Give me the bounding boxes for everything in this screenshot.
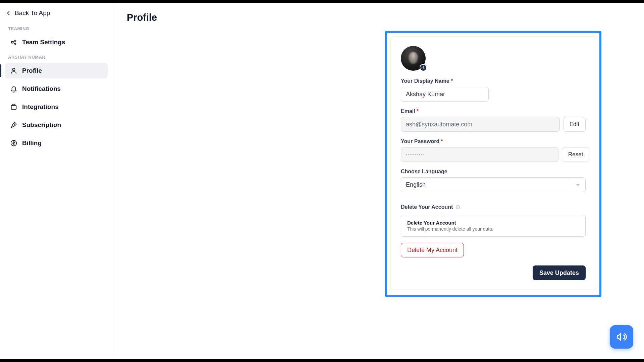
svg-line-3 (13, 41, 15, 42)
sidebar-item-integrations[interactable]: Integrations (5, 99, 108, 115)
avatar-upload-button[interactable] (420, 64, 427, 71)
sidebar-item-billing[interactable]: Billing (5, 135, 108, 151)
password-input: •••••••••• (401, 147, 558, 162)
svg-line-4 (13, 43, 15, 44)
announcement-fab[interactable] (610, 325, 633, 349)
reset-password-button[interactable]: Reset (562, 147, 589, 162)
svg-point-2 (15, 43, 16, 45)
package-icon (10, 103, 17, 111)
language-label: Choose Language (401, 169, 586, 175)
language-select[interactable]: English (401, 177, 586, 192)
sidebar-item-label: Billing (22, 139, 42, 147)
avatar-container[interactable] (401, 46, 426, 71)
display-name-field: Your Display Name * (401, 78, 586, 102)
display-name-label: Your Display Name * (401, 78, 586, 84)
required-asterisk: * (451, 78, 453, 84)
rocket-icon (10, 121, 17, 129)
password-field: Your Password * •••••••••• Reset (401, 138, 586, 162)
delete-box-title: Delete Your Account (407, 220, 579, 226)
email-label: Email * (401, 108, 586, 114)
svg-point-7 (14, 124, 15, 124)
sidebar-item-subscription[interactable]: Subscription (5, 117, 108, 133)
back-to-app-link[interactable]: Back To App (3, 7, 110, 23)
label-text: Email (401, 108, 415, 114)
sidebar-item-label: Team Settings (22, 39, 65, 46)
required-asterisk: * (417, 108, 419, 114)
camera-icon (421, 66, 425, 70)
display-name-input[interactable] (401, 87, 489, 102)
page-title: Profile (127, 12, 631, 23)
main-content: Profile Your Display Name * Email (113, 3, 644, 359)
language-value: English (406, 181, 426, 188)
svg-point-5 (12, 68, 15, 71)
svg-point-10 (423, 67, 424, 68)
label-text: Your Display Name (401, 78, 449, 84)
password-label: Your Password * (401, 138, 586, 144)
sidebar: Back To App TEAMING Team Settings AKSHAY… (0, 3, 113, 359)
svg-rect-9 (422, 67, 425, 69)
label-text: Your Password (401, 138, 439, 144)
delete-warning-box: Delete Your Account This will permanentl… (401, 215, 586, 237)
sidebar-item-team-settings[interactable]: Team Settings (5, 35, 108, 50)
info-icon (455, 205, 460, 209)
chevron-left-icon (5, 9, 12, 17)
profile-card: Your Display Name * Email * Edit (390, 36, 596, 290)
sidebar-item-label: Notifications (22, 85, 61, 93)
sidebar-item-notifications[interactable]: Notifications (5, 81, 108, 97)
svg-point-0 (11, 41, 13, 43)
delete-section: Delete Your Account Delete Your Account … (401, 204, 586, 257)
team-icon (10, 39, 17, 46)
email-input (401, 117, 560, 132)
language-field: Choose Language English (401, 169, 586, 192)
required-asterisk: * (441, 138, 443, 144)
sidebar-item-label: Profile (22, 67, 42, 74)
sidebar-section-teaming: TEAMING (3, 23, 110, 33)
sidebar-item-profile[interactable]: Profile (5, 63, 108, 78)
back-to-app-label: Back To App (15, 9, 50, 17)
user-icon (10, 67, 17, 74)
delete-heading: Delete Your Account (401, 204, 586, 210)
label-text: Delete Your Account (401, 204, 453, 210)
sidebar-item-label: Subscription (22, 121, 61, 129)
delete-account-button[interactable]: Delete My Account (401, 243, 464, 257)
dollar-icon (10, 139, 17, 147)
chevron-down-icon (575, 182, 581, 187)
save-row: Save Updates (401, 265, 586, 280)
bell-icon (10, 85, 17, 93)
label-text: Choose Language (401, 169, 447, 175)
save-updates-button[interactable]: Save Updates (533, 265, 586, 280)
sidebar-item-label: Integrations (22, 103, 59, 111)
edit-email-button[interactable]: Edit (563, 117, 586, 132)
megaphone-icon (616, 331, 627, 343)
email-field: Email * Edit (401, 108, 586, 132)
svg-point-1 (15, 40, 16, 42)
svg-rect-6 (11, 105, 16, 109)
delete-box-desc: This will permanently delete all your da… (407, 226, 579, 232)
sidebar-section-user: AKSHAY KUMAR (3, 51, 110, 62)
